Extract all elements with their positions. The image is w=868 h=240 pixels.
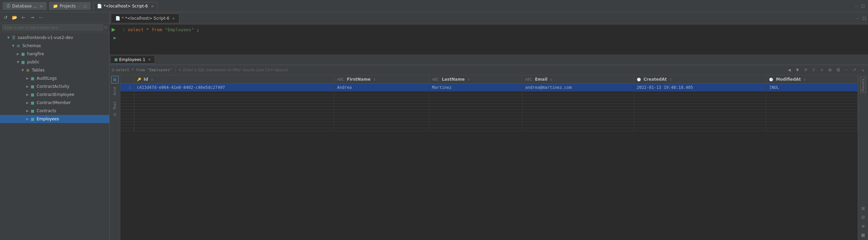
- sidebar-item-contractemployee[interactable]: ▶ ▦ ContractEmployee: [0, 91, 109, 99]
- sidebar-item-public[interactable]: ▼ ▦ public: [0, 58, 109, 66]
- table-row-empty: [120, 116, 858, 119]
- table-row-empty: [120, 128, 858, 131]
- filter-icon[interactable]: ▽: [104, 25, 107, 30]
- col-lastname-header[interactable]: ABC LastName ↕: [429, 75, 522, 84]
- col-em-sort[interactable]: ↕: [550, 78, 553, 81]
- sidebar-item-saasfrontends[interactable]: ▼ 🗄 saasfrontends-v1-vue2-dev: [0, 34, 109, 42]
- sidebar-item-schemas[interactable]: ▼ ⊞ Schemas: [0, 42, 109, 50]
- editor-min-btn[interactable]: –: [855, 16, 860, 21]
- add-filter-icon[interactable]: +: [818, 67, 825, 74]
- label-hangfire: hangfire: [27, 52, 44, 56]
- cell-empty: [334, 95, 429, 98]
- right-icon-3[interactable]: ≡: [860, 222, 867, 230]
- reload-icon[interactable]: ↺: [802, 67, 809, 74]
- col-modifiedat-header[interactable]: 🕐 ModifiedAt ↕: [766, 75, 858, 84]
- cell-empty: [429, 122, 522, 125]
- code-line-1: 1 select * from "Employees" ;: [118, 26, 199, 34]
- import-icon[interactable]: ↘: [859, 67, 866, 74]
- script-tab-close[interactable]: ×: [151, 4, 154, 8]
- editor-tab-modified: *: [122, 16, 124, 21]
- col-fn-sort[interactable]: ↕: [373, 78, 376, 81]
- export-icon[interactable]: ↗: [851, 67, 858, 74]
- label-contractmember: ContractMember: [37, 100, 71, 105]
- db-tab[interactable]: 🗄 Database ... ×: [3, 2, 46, 10]
- col-ma-sort[interactable]: ↕: [804, 78, 806, 81]
- cell-id-1: c413d47d-e964-41e0-8402-c46e5dc27497: [134, 84, 334, 92]
- more-filter-icon[interactable]: ⋯: [843, 67, 850, 74]
- grid-label: Grid: [113, 87, 117, 95]
- grid-view-icon[interactable]: ⊞: [827, 67, 833, 74]
- projects-tab-label: Projects: [60, 4, 76, 8]
- nav-back-btn[interactable]: ←: [20, 14, 27, 21]
- results-tab-close[interactable]: ×: [148, 58, 151, 61]
- code-text[interactable]: select * from "Employees" ;: [128, 26, 199, 33]
- col-ln-sort[interactable]: ↕: [468, 78, 470, 81]
- sidebar-item-employees[interactable]: ▶ ▦ Employees: [0, 115, 109, 123]
- panels-label[interactable]: Panels: [860, 77, 866, 93]
- col-id-label: Id: [144, 77, 148, 82]
- table-row-empty: [120, 95, 858, 98]
- right-icon-4[interactable]: ▦: [860, 231, 867, 239]
- icon-public: ▦: [20, 59, 26, 65]
- right-icon-1[interactable]: ⊞: [860, 205, 867, 212]
- editor-max-btn[interactable]: □: [862, 16, 867, 21]
- search-input[interactable]: [2, 24, 103, 31]
- row-num-1: 1: [120, 84, 134, 92]
- cell-empty: [334, 128, 429, 131]
- window-controls: – □: [854, 4, 865, 8]
- projects-tab-close[interactable]: –: [79, 4, 80, 8]
- projects-tab-min[interactable]: □: [83, 4, 86, 8]
- link-icon[interactable]: ⛓: [835, 67, 842, 74]
- editor-tab-close[interactable]: ×: [172, 17, 175, 20]
- arrow-contractmember: ▶: [25, 100, 30, 105]
- db-icon: 🗄: [6, 4, 11, 8]
- open-folder-btn[interactable]: 📂: [11, 14, 18, 21]
- results-tab-employees[interactable]: ▦ Employees 1 ×: [111, 56, 154, 64]
- nav-prev-icon[interactable]: ◀: [786, 67, 793, 74]
- arrow-public: ▼: [16, 60, 20, 64]
- run-button[interactable]: ▶: [110, 26, 118, 33]
- projects-tab[interactable]: 📁 Projects – □: [49, 2, 91, 10]
- sidebar-item-auditlogs[interactable]: ▶ ▦ AuditLogs: [0, 74, 109, 82]
- nav-forward-btn[interactable]: →: [28, 14, 36, 21]
- table-row-empty: [120, 119, 858, 122]
- col-id-type: 🔑: [137, 78, 141, 81]
- table-row[interactable]: 1 c413d47d-e964-41e0-8402-c46e5dc27497 A…: [120, 84, 858, 92]
- grid-view-toggle[interactable]: ⊞: [111, 76, 119, 83]
- cell-firstname-1: Andrea: [334, 84, 429, 92]
- label-tables: Tables: [32, 68, 44, 73]
- row-num-empty: [120, 128, 134, 131]
- refresh-btn[interactable]: ↺: [2, 14, 9, 21]
- sidebar-item-contractactivity[interactable]: ▶ ▦ ContractActivity: [0, 82, 109, 91]
- filter-input-placeholder[interactable]: Enter a SQL expression to filter results…: [183, 68, 785, 72]
- sidebar-item-hangfire[interactable]: ▶ ▦ hangfire: [0, 50, 109, 58]
- filter-apply-icon[interactable]: ▽: [810, 67, 817, 74]
- label-contractemployee: ContractEmployee: [37, 92, 74, 97]
- script-tab-header[interactable]: 📄 *<localhost> Script-6 ×: [93, 2, 158, 10]
- cell-empty: [522, 101, 634, 104]
- script-label: ⊡: [113, 113, 117, 116]
- min-btn[interactable]: –: [854, 4, 859, 8]
- sidebar-item-tables[interactable]: ▼ ⊞ Tables: [0, 66, 109, 74]
- nav-next-icon[interactable]: ▼: [794, 67, 801, 74]
- cell-empty: [634, 101, 766, 104]
- run-button-2[interactable]: ▶: [112, 35, 118, 40]
- col-ca-sort[interactable]: ↕: [670, 78, 672, 81]
- col-email-header[interactable]: ABC Email ↕: [522, 75, 634, 84]
- label-saasfrontends: saasfrontends-v1-vue2-dev: [18, 35, 73, 40]
- col-createdat-header[interactable]: 🕐 CreatedAt ↕: [634, 75, 766, 84]
- right-icon-2[interactable]: ⊟: [860, 214, 867, 221]
- col-firstname-header[interactable]: ABC FirstName ↕: [334, 75, 429, 84]
- sidebar-item-contractmember[interactable]: ▶ ▦ ContractMember: [0, 99, 109, 107]
- sidebar-item-contracts[interactable]: ▶ ▦ Contracts: [0, 107, 109, 115]
- col-id-sort[interactable]: ↕: [151, 78, 154, 81]
- line-number-1: 1: [118, 26, 128, 33]
- table-row-empty: [120, 107, 858, 110]
- db-tab-close[interactable]: ×: [40, 4, 43, 8]
- sidebar: ↺ 📂 ← → ⋯ ▽ ▼ 🗄 saasfrontends-v1-vue2-de…: [0, 12, 110, 240]
- more-btn[interactable]: ⋯: [37, 14, 45, 21]
- editor-win-controls: – □: [855, 16, 867, 21]
- max-btn[interactable]: □: [861, 4, 865, 8]
- col-id-header[interactable]: 🔑 Id ↕: [134, 75, 334, 84]
- editor-tab[interactable]: 📄 * *<localhost> Script-6 ×: [111, 14, 179, 23]
